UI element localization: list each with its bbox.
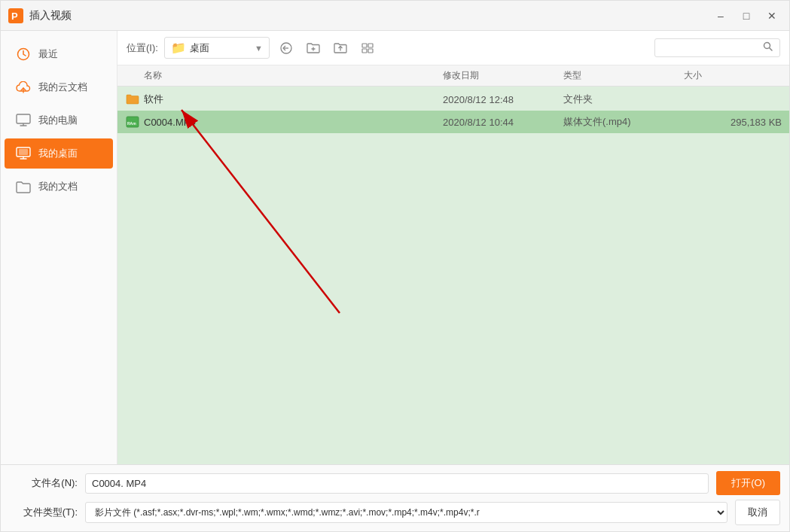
- sidebar-item-desktop-label: 我的桌面: [38, 147, 78, 160]
- svg-rect-18: [362, 49, 367, 53]
- column-size: 大小: [684, 69, 782, 82]
- main-window: P 插入视频 – □ ✕ 最近: [0, 0, 790, 532]
- svg-rect-8: [19, 149, 28, 155]
- svg-rect-16: [362, 44, 367, 47]
- table-row[interactable]: RAm C0004.MP4 2020/8/12 10:44 媒体文件(.mp4)…: [117, 111, 789, 133]
- location-label: 位置(I):: [127, 41, 158, 55]
- svg-rect-19: [368, 49, 373, 53]
- file-date: 2020/8/12 10:44: [443, 117, 563, 128]
- location-folder-icon: 📁: [171, 41, 186, 55]
- open-button[interactable]: 打开(O): [716, 471, 780, 495]
- sidebar-item-computer[interactable]: 我的电脑: [5, 105, 113, 135]
- table-row[interactable]: 软件 2020/8/12 12:48 文件夹: [117, 88, 789, 111]
- sidebar-item-recent-label: 最近: [38, 47, 58, 61]
- column-type: 类型: [563, 69, 684, 82]
- folder-icon: [125, 92, 140, 107]
- bottom-bar: 文件名(N): 打开(O) 文件类型(T): 影片文件 (*.asf;*.asx…: [1, 464, 789, 531]
- filename-label: 文件名(N):: [10, 476, 78, 490]
- svg-rect-17: [368, 44, 373, 47]
- sidebar-item-desktop[interactable]: 我的桌面: [5, 138, 113, 169]
- upload-button[interactable]: [330, 38, 351, 59]
- file-list: 软件 2020/8/12 12:48 文件夹 RAm C0004.MP4 202…: [117, 87, 789, 464]
- column-name: 名称: [125, 69, 443, 82]
- chevron-down-icon: ▼: [255, 44, 263, 53]
- file-size: 295,183 KB: [684, 117, 782, 128]
- sidebar-item-cloud-label: 我的云文档: [38, 81, 87, 94]
- file-name: C0004.MP4: [144, 117, 443, 128]
- video-icon: RAm: [125, 114, 140, 129]
- toolbar: 位置(I): 📁 桌面 ▼: [117, 31, 789, 65]
- monitor-icon: [16, 113, 31, 128]
- minimize-button[interactable]: –: [711, 6, 731, 26]
- search-input[interactable]: [661, 42, 759, 53]
- sidebar-item-cloud[interactable]: 我的云文档: [5, 72, 113, 102]
- cloud-icon: [16, 80, 31, 95]
- main-content: 最近 我的云文档: [1, 31, 789, 464]
- desktop-icon: [16, 146, 31, 161]
- filetype-select[interactable]: 影片文件 (*.asf;*.asx;*.dvr-ms;*.wpl;*.wm;*.…: [85, 502, 727, 523]
- column-date: 修改日期: [443, 69, 563, 82]
- svg-text:RAm: RAm: [127, 121, 136, 126]
- sidebar-item-documents[interactable]: 我的文档: [5, 172, 113, 202]
- filetype-label: 文件类型(T):: [10, 506, 78, 519]
- file-type: 文件夹: [563, 93, 684, 106]
- file-browser: 位置(I): 📁 桌面 ▼: [117, 31, 789, 464]
- filetype-row: 文件类型(T): 影片文件 (*.asf;*.asx;*.dvr-ms;*.wp…: [10, 500, 780, 525]
- sidebar-item-computer-label: 我的电脑: [38, 114, 78, 127]
- svg-rect-4: [17, 114, 30, 123]
- search-box: [654, 38, 780, 57]
- svg-text:P: P: [11, 11, 18, 22]
- maximize-button[interactable]: □: [737, 6, 756, 26]
- location-dropdown[interactable]: 📁 桌面 ▼: [164, 37, 270, 59]
- filename-row: 文件名(N): 打开(O): [10, 471, 780, 495]
- svg-line-21: [770, 48, 773, 51]
- clock-icon: [16, 47, 31, 62]
- window-controls: – □ ✕: [711, 6, 782, 26]
- window-title: 插入视频: [29, 9, 711, 23]
- folder-icon: [16, 179, 31, 194]
- sidebar: 最近 我的云文档: [1, 31, 117, 464]
- file-type: 媒体文件(.mp4): [563, 115, 684, 129]
- location-text: 桌面: [190, 41, 251, 55]
- file-name: 软件: [144, 93, 443, 106]
- new-folder-button[interactable]: [303, 38, 324, 59]
- file-list-header: 名称 修改日期 类型 大小: [117, 65, 789, 87]
- view-toggle-button[interactable]: [357, 38, 378, 59]
- title-bar: P 插入视频 – □ ✕: [1, 1, 789, 31]
- sidebar-item-recent[interactable]: 最近: [5, 39, 113, 69]
- filename-input[interactable]: [85, 473, 709, 494]
- search-button[interactable]: [763, 41, 773, 54]
- file-date: 2020/8/12 12:48: [443, 94, 563, 105]
- cancel-button[interactable]: 取消: [735, 500, 780, 525]
- close-button[interactable]: ✕: [762, 6, 782, 26]
- sidebar-item-documents-label: 我的文档: [38, 180, 78, 193]
- back-button[interactable]: [276, 38, 297, 59]
- app-icon: P: [8, 8, 23, 23]
